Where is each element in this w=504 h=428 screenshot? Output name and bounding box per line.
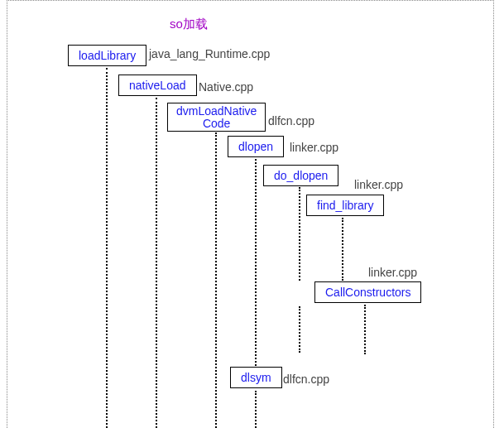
node-nativeLoad-label: nativeLoad xyxy=(129,79,186,92)
lifeline-do_dlopen-bottom xyxy=(299,306,300,353)
lifeline-dlopen xyxy=(255,159,257,366)
file-loadLibrary: java_lang_Runtime.cpp xyxy=(149,47,270,60)
node-loadLibrary: loadLibrary xyxy=(68,45,146,66)
file-do_dlopen: linker.cpp xyxy=(354,178,403,191)
node-do_dlopen: do_dlopen xyxy=(263,165,338,186)
lifeline-do_dlopen-top xyxy=(299,187,300,281)
lifeline-find_library xyxy=(342,218,343,281)
node-loadLibrary-label: loadLibrary xyxy=(79,49,136,62)
lifeline-dvmLoadNativeCode xyxy=(215,132,217,428)
file-callConstructors: linker.cpp xyxy=(368,266,417,279)
node-dvmLoadNativeCode-label2: Code xyxy=(203,118,230,130)
node-nativeLoad: nativeLoad xyxy=(118,75,197,96)
node-find_library: find_library xyxy=(306,195,384,216)
file-dlopen: linker.cpp xyxy=(290,141,338,154)
lifeline-loadLibrary xyxy=(106,68,108,428)
node-dlopen: dlopen xyxy=(228,136,284,157)
node-find_library-label: find_library xyxy=(317,199,373,212)
file-dlsym: dlfcn.cpp xyxy=(283,373,329,386)
node-do_dlopen-label: do_dlopen xyxy=(274,169,328,182)
node-dlopen-label: dlopen xyxy=(238,140,273,153)
node-dvmLoadNativeCode-label1: dvmLoadNative xyxy=(176,105,257,118)
node-callConstructors: CallConstructors xyxy=(314,281,421,303)
file-dvmLoadNativeCode: dlfcn.cpp xyxy=(268,114,314,127)
diagram-title: so加载 xyxy=(170,17,208,32)
lifeline-dlsym xyxy=(255,391,257,428)
lifeline-callConstructors xyxy=(364,305,366,354)
node-callConstructors-label: CallConstructors xyxy=(325,286,410,299)
file-nativeLoad: Native.cpp xyxy=(199,80,253,94)
node-dlsym: dlsym xyxy=(230,367,282,388)
node-dlsym-label: dlsym xyxy=(241,371,271,384)
lifeline-nativeLoad xyxy=(156,98,157,428)
node-dvmLoadNativeCode: dvmLoadNative Code xyxy=(167,103,266,132)
